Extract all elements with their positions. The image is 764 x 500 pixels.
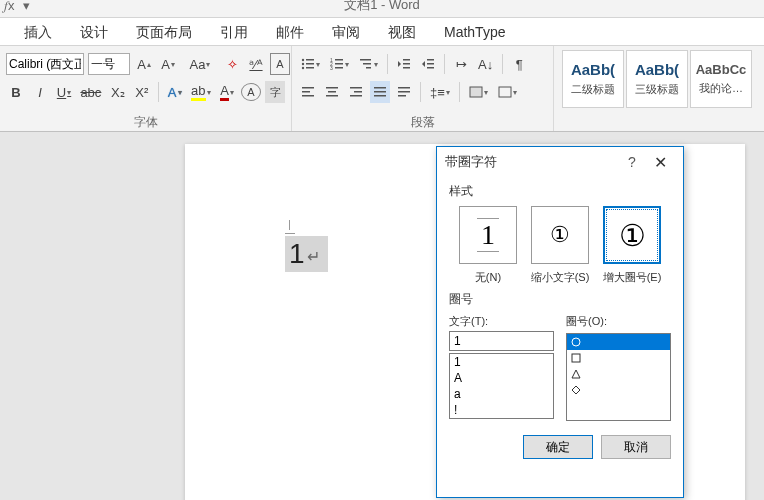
enclosure-listbox[interactable]	[566, 333, 671, 421]
font-group: A▴ A▾ Aa▾ ✧ ᵃ⁄ᴬ A B I U▾ abc X₂ X² A▾ ab…	[0, 46, 292, 131]
enclosed-char-dialog: 带圈字符 ? ✕ 样式 1 无(N) ① 缩小文字(S) ① 增大圈号(E) 圈…	[436, 146, 684, 498]
tab-references[interactable]: 引用	[206, 18, 262, 46]
dialog-titlebar[interactable]: 带圈字符 ? ✕	[437, 147, 683, 177]
style-option-shrink[interactable]: ① 缩小文字(S)	[529, 206, 591, 285]
underline-icon[interactable]: U▾	[54, 81, 74, 103]
svg-rect-29	[350, 95, 362, 97]
clear-format-icon[interactable]: ✧	[222, 53, 242, 75]
svg-rect-16	[403, 63, 410, 65]
increase-indent-icon[interactable]	[418, 53, 438, 75]
svg-text:3: 3	[330, 65, 333, 71]
decrease-indent-icon[interactable]	[394, 53, 414, 75]
line-spacing-icon[interactable]: ‡≡▾	[427, 81, 453, 103]
document-title: 文档1 - Word	[344, 0, 420, 14]
ltr-icon[interactable]: ↦	[451, 53, 471, 75]
ribbon-tabs: 插入 设计 页面布局 引用 邮件 审阅 视图 MathType	[0, 18, 764, 46]
multilevel-list-icon[interactable]: ▾	[356, 53, 381, 75]
svg-rect-24	[326, 87, 338, 89]
tab-insert[interactable]: 插入	[10, 18, 66, 46]
svg-rect-14	[366, 67, 371, 69]
align-justify-icon[interactable]	[370, 81, 390, 103]
svg-rect-12	[360, 59, 371, 61]
ok-button[interactable]: 确定	[523, 435, 593, 459]
help-icon[interactable]: ?	[619, 154, 645, 170]
svg-rect-39	[572, 354, 580, 362]
formula-icon[interactable]: 𝑓x	[4, 0, 15, 14]
tab-mailings[interactable]: 邮件	[262, 18, 318, 46]
svg-rect-1	[306, 59, 314, 61]
font-size-combo[interactable]	[88, 53, 130, 75]
list-item[interactable]: 1	[450, 418, 553, 419]
enclosed-char-icon[interactable]: A	[241, 83, 261, 101]
align-center-icon[interactable]	[322, 81, 342, 103]
text-input[interactable]	[449, 331, 554, 351]
phonetic-guide-icon[interactable]: ᵃ⁄ᴬ	[246, 53, 266, 75]
list-item[interactable]: A	[450, 370, 553, 386]
svg-rect-21	[302, 87, 314, 89]
list-item[interactable]: 1	[450, 354, 553, 370]
borders-icon[interactable]: ▾	[495, 81, 520, 103]
enclosure-triangle[interactable]	[567, 366, 670, 382]
sort-icon[interactable]: A↓	[475, 53, 496, 75]
cancel-button[interactable]: 取消	[601, 435, 671, 459]
style-option-none[interactable]: 1 无(N)	[457, 206, 519, 285]
character-border-icon[interactable]: A	[270, 53, 290, 75]
text-effects-icon[interactable]: A▾	[165, 81, 185, 103]
svg-point-2	[302, 63, 304, 65]
bold-icon[interactable]: B	[6, 81, 26, 103]
char-shading-icon[interactable]: 字	[265, 81, 285, 103]
svg-point-4	[302, 67, 304, 69]
svg-rect-26	[326, 95, 338, 97]
margin-marker-icon	[283, 220, 297, 234]
superscript-icon[interactable]: X²	[132, 81, 152, 103]
tab-mathtype[interactable]: MathType	[430, 18, 519, 46]
change-case-icon[interactable]: Aa▾	[190, 53, 210, 75]
strikethrough-icon[interactable]: abc	[78, 81, 104, 103]
svg-rect-20	[427, 67, 434, 69]
style-option-enlarge[interactable]: ① 增大圈号(E)	[601, 206, 663, 285]
font-name-combo[interactable]	[6, 53, 84, 75]
enclosure-diamond[interactable]	[567, 382, 670, 398]
style-custom[interactable]: AaBbCc 我的论…	[690, 50, 752, 108]
align-right-icon[interactable]	[346, 81, 366, 103]
svg-point-38	[572, 338, 580, 346]
selected-text[interactable]: 1↵	[285, 236, 328, 272]
increase-font-icon[interactable]: A▴	[134, 53, 154, 75]
italic-icon[interactable]: I	[30, 81, 50, 103]
shading-icon[interactable]: ▾	[466, 81, 491, 103]
align-distribute-icon[interactable]	[394, 81, 414, 103]
font-color-icon[interactable]: A▾	[217, 81, 237, 103]
svg-rect-34	[398, 91, 410, 93]
align-left-icon[interactable]	[298, 81, 318, 103]
list-item[interactable]: a	[450, 386, 553, 402]
enclosure-square[interactable]	[567, 350, 670, 366]
style-heading3[interactable]: AaBb( 三级标题	[626, 50, 688, 108]
text-listbox[interactable]: 1 A a ! 1	[449, 353, 554, 419]
dropdown-icon[interactable]: ▾	[23, 0, 30, 14]
highlight-icon[interactable]: ab▾	[189, 81, 213, 103]
tab-design[interactable]: 设计	[66, 18, 122, 46]
paragraph-group-label: 段落	[298, 113, 547, 131]
decrease-font-icon[interactable]: A▾	[158, 53, 178, 75]
svg-rect-11	[335, 67, 343, 69]
tab-view[interactable]: 视图	[374, 18, 430, 46]
svg-rect-32	[374, 95, 386, 97]
list-item[interactable]: !	[450, 402, 553, 418]
svg-rect-28	[354, 91, 362, 93]
show-marks-icon[interactable]: ¶	[509, 53, 529, 75]
svg-rect-27	[350, 87, 362, 89]
style-heading2[interactable]: AaBb( 二级标题	[562, 50, 624, 108]
numbering-icon[interactable]: 123▾	[327, 53, 352, 75]
tab-layout[interactable]: 页面布局	[122, 18, 206, 46]
close-icon[interactable]: ✕	[645, 153, 675, 172]
ribbon: A▴ A▾ Aa▾ ✧ ᵃ⁄ᴬ A B I U▾ abc X₂ X² A▾ ab…	[0, 46, 764, 132]
title-bar: 𝑓x ▾ 文档1 - Word	[0, 0, 764, 18]
tab-review[interactable]: 审阅	[318, 18, 374, 46]
svg-rect-13	[363, 63, 371, 65]
subscript-icon[interactable]: X₂	[108, 81, 128, 103]
svg-rect-7	[335, 59, 343, 61]
svg-point-0	[302, 59, 304, 61]
enclosure-circle[interactable]	[567, 334, 670, 350]
bullets-icon[interactable]: ▾	[298, 53, 323, 75]
styles-gallery: AaBb( 二级标题 AaBb( 三级标题 AaBbCc 我的论…	[554, 46, 760, 131]
